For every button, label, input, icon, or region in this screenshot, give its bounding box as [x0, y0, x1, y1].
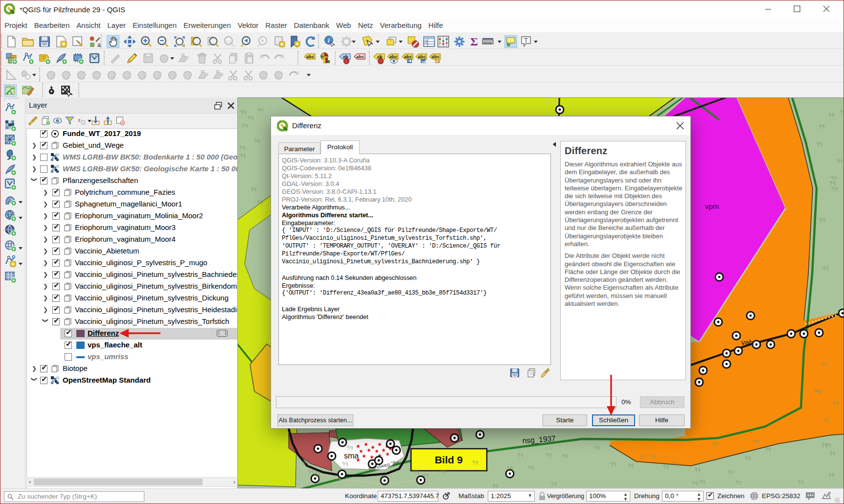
svg-text:abc: abc — [404, 54, 412, 59]
svg-text:a: a — [97, 42, 101, 48]
svg-text:ε: ε — [78, 116, 81, 123]
svg-text:Σ: Σ — [470, 35, 478, 48]
svg-text:abc: abc — [356, 54, 364, 59]
svg-text:o: o — [51, 90, 52, 93]
svg-text:1:1: 1:1 — [226, 39, 231, 44]
svg-text:✷: ✷ — [296, 42, 299, 46]
svg-text:abc: abc — [418, 54, 426, 59]
svg-text:✷: ✷ — [280, 42, 284, 47]
svg-text:abc: abc — [389, 54, 397, 59]
svg-text:sma: sma — [344, 452, 359, 460]
svg-text:✷: ✷ — [61, 41, 66, 47]
svg-text:vab: vab — [741, 338, 753, 346]
svg-text:abc: abc — [432, 54, 439, 59]
svg-text:T: T — [524, 37, 528, 44]
svg-text:vpm: vpm — [705, 202, 719, 210]
svg-text:Bild 9: Bild 9 — [434, 454, 462, 465]
svg-text:✷: ✷ — [11, 262, 15, 267]
svg-text:abc: abc — [306, 54, 314, 59]
